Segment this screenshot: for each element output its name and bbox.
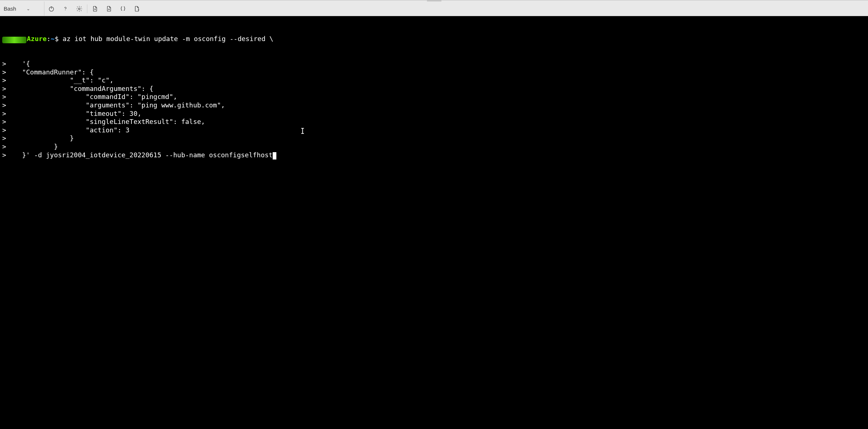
terminal-line: > } bbox=[2, 143, 867, 151]
line-text: "action": 3 bbox=[6, 126, 130, 134]
terminal-line: > "__t": "c", bbox=[2, 76, 867, 85]
line-text: } bbox=[6, 134, 74, 142]
line-text: "commandId": "pingcmd", bbox=[6, 93, 177, 100]
upload-file-icon[interactable] bbox=[88, 1, 102, 16]
continuation-prompt: > bbox=[2, 151, 6, 159]
continuation-prompt: > bbox=[2, 143, 6, 150]
power-icon[interactable] bbox=[44, 1, 58, 16]
command-text bbox=[59, 35, 63, 43]
download-file-icon[interactable] bbox=[102, 1, 116, 16]
line-text: "timeout": 30, bbox=[6, 110, 141, 117]
continuation-prompt: > bbox=[2, 93, 6, 100]
svg-point-3 bbox=[79, 8, 80, 10]
terminal-line: > }' -d jyosri2004_iotdevice_20220615 --… bbox=[2, 151, 867, 160]
terminal[interactable]: Azure:~$ az iot hub module-twin update -… bbox=[0, 16, 868, 429]
line-text: "singleLineTextResult": false, bbox=[6, 118, 205, 125]
shell-picker-label: Bash bbox=[4, 6, 16, 12]
terminal-line: > "commandArguments": { bbox=[2, 85, 867, 93]
terminal-line: > "commandId": "pingcmd", bbox=[2, 93, 867, 101]
svg-point-2 bbox=[65, 10, 65, 10]
cursor-block bbox=[273, 152, 276, 160]
braces-icon[interactable] bbox=[116, 1, 130, 16]
continuation-prompt: > bbox=[2, 118, 6, 125]
toolbar-divider bbox=[87, 4, 87, 13]
line-text: '{ bbox=[6, 60, 30, 67]
drag-handle[interactable] bbox=[0, 0, 868, 1]
chevron-down-icon: ⌄ bbox=[26, 6, 30, 11]
prompt-line: Azure:~$ az iot hub module-twin update -… bbox=[2, 35, 867, 43]
terminal-line: > '{ bbox=[2, 60, 867, 68]
shell-picker[interactable]: Bash ⌄ bbox=[2, 1, 44, 16]
continuation-prompt: > bbox=[2, 110, 6, 117]
redacted-username bbox=[2, 37, 26, 43]
prompt-colon: : bbox=[47, 35, 51, 43]
terminal-line: > "arguments": "ping www.github.com", bbox=[2, 101, 867, 110]
help-icon[interactable] bbox=[58, 1, 72, 16]
terminal-line: > "singleLineTextResult": false, bbox=[2, 118, 867, 126]
terminal-line: > "timeout": 30, bbox=[2, 110, 867, 118]
new-session-icon[interactable] bbox=[130, 1, 144, 16]
toolbar: Bash ⌄ bbox=[0, 1, 868, 16]
continuation-prompt: > bbox=[2, 126, 6, 134]
terminal-line: > "action": 3 bbox=[2, 126, 867, 135]
continuation-prompt: > bbox=[2, 60, 6, 67]
command-text-1: az iot hub module-twin update -m osconfi… bbox=[63, 35, 273, 43]
line-text: }' -d jyosri2004_iotdevice_20220615 --hu… bbox=[6, 151, 273, 159]
terminal-line: > } bbox=[2, 134, 867, 143]
continuation-prompt: > bbox=[2, 134, 6, 142]
line-text: } bbox=[6, 143, 58, 150]
terminal-line: > "CommandRunner": { bbox=[2, 68, 867, 77]
continuation-prompt: > bbox=[2, 68, 6, 76]
line-text: "CommandRunner": { bbox=[6, 68, 94, 76]
line-text: "arguments": "ping www.github.com", bbox=[6, 101, 225, 109]
line-text: "commandArguments": { bbox=[6, 85, 153, 92]
line-text: "__t": "c", bbox=[6, 76, 114, 84]
continuation-prompt: > bbox=[2, 101, 6, 109]
continuation-prompt: > bbox=[2, 85, 6, 92]
prompt-symbol: $ bbox=[55, 35, 59, 43]
prompt-path: ~ bbox=[51, 35, 55, 43]
settings-icon[interactable] bbox=[72, 1, 86, 16]
prompt-label: Azure bbox=[27, 35, 47, 43]
continuation-prompt: > bbox=[2, 76, 6, 84]
